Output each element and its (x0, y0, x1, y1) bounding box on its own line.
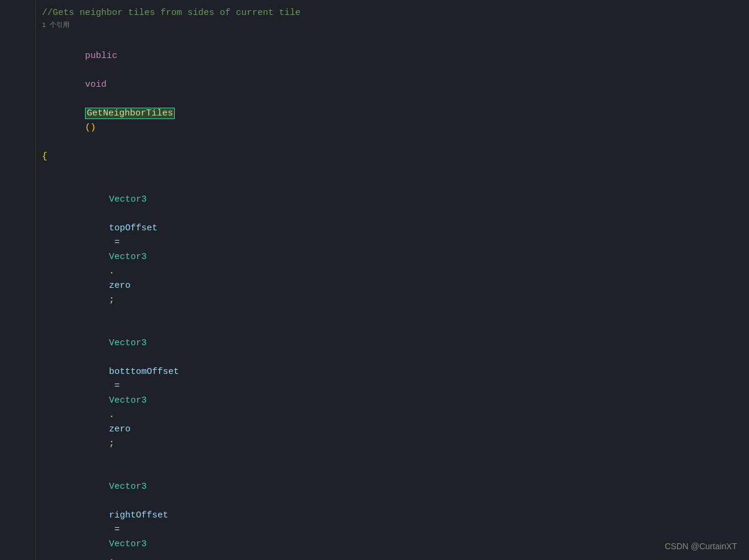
void-keyword: void (85, 80, 107, 90)
code-container: //Gets neighbor tiles from sides of curr… (0, 0, 749, 560)
open-brace-main: { (42, 150, 737, 164)
blank-line-1 (42, 164, 737, 178)
comment-text: //Gets neighbor tiles from sides of curr… (42, 6, 737, 20)
space2 (85, 94, 90, 104)
method-signature-content: public void GetNeighborTiles () (42, 35, 737, 150)
space (85, 65, 90, 75)
var-topoffset: Vector3 topOffset = Vector3 . zero ; (42, 178, 737, 322)
var-rightoffset: Vector3 rightOffset = Vector3 . zero ; (42, 465, 737, 560)
brace-text: { (42, 150, 737, 164)
ref-count-line: 1 个引用 (42, 20, 737, 35)
var-bottomoffset: Vector3 botttomOffset = Vector3 . zero ; (42, 322, 737, 465)
code-block: //Gets neighbor tiles from sides of curr… (0, 6, 749, 560)
parens: () (85, 123, 96, 133)
comment-line: //Gets neighbor tiles from sides of curr… (42, 6, 737, 20)
method-signature-line: public void GetNeighborTiles () (42, 35, 737, 150)
watermark: CSDN @CurtainXT (665, 540, 737, 553)
ref-count-text: 1 个引用 (42, 20, 737, 31)
method-name: GetNeighborTiles (85, 108, 175, 119)
public-keyword: public (85, 51, 117, 61)
